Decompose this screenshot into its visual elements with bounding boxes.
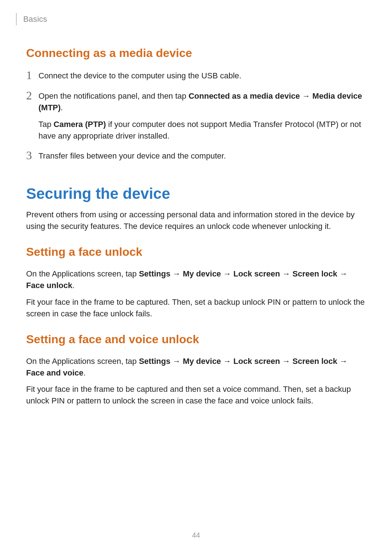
text-fragment: Open the notifications panel, and then t… <box>38 91 188 100</box>
step-text: Open the notifications panel, and then t… <box>38 90 366 114</box>
bold-text: Screen lock <box>293 269 338 278</box>
bold-text: Lock screen <box>233 357 280 366</box>
steps-list: 1 Connect the device to the computer usi… <box>26 69 366 162</box>
bold-text: Face unlock <box>26 281 72 290</box>
text-fragment: On the Applications screen, tap <box>26 357 139 366</box>
chapter-label: Basics <box>23 15 47 24</box>
arrow-icon: → <box>223 357 231 366</box>
face-voice-desc: Fit your face in the frame to be capture… <box>26 383 366 407</box>
arrow-icon: → <box>282 269 290 278</box>
section-securing: Securing the device Prevent others from … <box>26 185 366 232</box>
face-unlock-path: On the Applications screen, tap Settings… <box>26 268 366 291</box>
bold-text: My device <box>183 357 221 366</box>
step-1: 1 Connect the device to the computer usi… <box>26 69 366 82</box>
step-text-secondary: Tap Camera (PTP) if your computer does n… <box>38 119 366 142</box>
bold-text: Settings <box>139 357 171 366</box>
page-number: 44 <box>0 531 392 539</box>
step-3: 3 Transfer files between your device and… <box>26 149 366 162</box>
step-text: Connect the device to the computer using… <box>38 70 366 82</box>
bold-text: Face and voice <box>26 368 83 377</box>
arrow-icon: → <box>173 269 181 278</box>
text-fragment: . <box>83 368 86 377</box>
section-connecting: Connecting as a media device 1 Connect t… <box>26 46 366 162</box>
section-face-unlock: Setting a face unlock On the Application… <box>26 245 366 320</box>
intro-text: Prevent others from using or accessing p… <box>26 209 366 232</box>
step-text: Transfer files between your device and t… <box>38 150 366 162</box>
step-2: 2 Open the notifications panel, and then… <box>26 90 366 142</box>
face-voice-path: On the Applications screen, tap Settings… <box>26 356 366 379</box>
text-fragment: Tap <box>38 120 54 129</box>
bold-text: Connected as a media device <box>188 91 300 100</box>
heading-securing: Securing the device <box>26 185 366 202</box>
step-number: 1 <box>26 69 38 82</box>
bold-text: My device <box>183 269 221 278</box>
heading-face-unlock: Setting a face unlock <box>26 245 366 259</box>
page: Basics Connecting as a media device 1 Co… <box>0 0 392 554</box>
header-divider <box>16 13 17 25</box>
arrow-icon: → <box>173 357 181 366</box>
step-number: 2 <box>26 90 38 102</box>
section-face-voice: Setting a face and voice unlock On the A… <box>26 333 366 407</box>
arrow-icon: → <box>282 357 290 366</box>
bold-text: Settings <box>139 269 171 278</box>
bold-text: Camera (PTP) <box>54 120 106 129</box>
text-fragment: On the Applications screen, tap <box>26 269 139 278</box>
page-header: Basics <box>26 13 366 25</box>
arrow-icon: → <box>223 269 231 278</box>
heading-connecting: Connecting as a media device <box>26 46 366 60</box>
step-number: 3 <box>26 149 38 162</box>
text-fragment: . <box>61 103 63 112</box>
arrow-icon: → <box>302 91 310 100</box>
arrow-icon: → <box>339 269 347 278</box>
arrow-icon: → <box>339 357 347 366</box>
bold-text: Lock screen <box>233 269 280 278</box>
face-unlock-desc: Fit your face in the frame to be capture… <box>26 296 366 320</box>
heading-face-voice: Setting a face and voice unlock <box>26 333 366 346</box>
bold-text: Screen lock <box>293 357 338 366</box>
text-fragment: . <box>72 281 74 290</box>
